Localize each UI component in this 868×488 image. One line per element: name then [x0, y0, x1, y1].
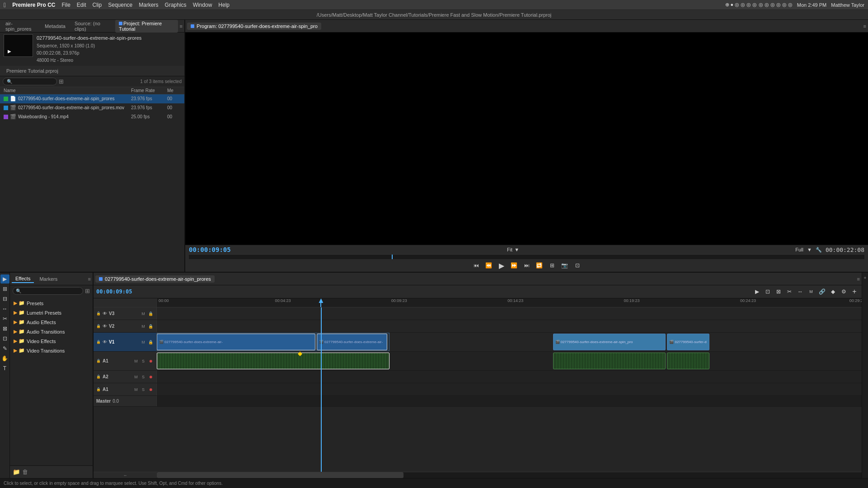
- track-sync-lock-a1-2[interactable]: 🔒: [96, 387, 101, 391]
- timeline-settings-btn[interactable]: ⚙: [839, 287, 848, 296]
- track-record-a1-2[interactable]: ⏺: [147, 386, 154, 393]
- tab-air-spin[interactable]: air-spin_prores: [2, 20, 39, 33]
- step-forward-btn[interactable]: ⏩: [510, 261, 519, 270]
- file-item-0[interactable]: 📄 027799540-surfer-does-extreme-air-spin…: [0, 94, 184, 103]
- track-content-a1[interactable]: [157, 352, 862, 370]
- track-mute-a1-2[interactable]: M: [133, 386, 139, 393]
- play-pause-btn[interactable]: ▶: [497, 261, 506, 270]
- tab-project[interactable]: Project: Premiere Tutorial: [115, 20, 178, 33]
- preview-menu-btn[interactable]: ≡: [863, 23, 866, 29]
- track-mute-a1[interactable]: M: [133, 358, 139, 364]
- effects-group-video-transitions[interactable]: ▶ 📁 Video Transitions: [10, 346, 93, 355]
- track-eye-v2[interactable]: 👁: [103, 324, 107, 329]
- track-sync-lock-v2[interactable]: 🔒: [96, 324, 101, 328]
- ripple-edit-btn[interactable]: ⊞: [0, 284, 9, 293]
- ruler-marks[interactable]: 00:00 00:04:23 00:09:23 00:14:23 00:19:2…: [157, 298, 862, 307]
- type-tool-btn[interactable]: T: [0, 364, 9, 373]
- scroll-thumb[interactable]: [157, 472, 404, 478]
- tab-metadata[interactable]: Metadata: [41, 23, 69, 30]
- track-mute-v1[interactable]: M: [140, 339, 146, 345]
- timeline-snap-btn[interactable]: M: [807, 287, 816, 296]
- select-tool-btn[interactable]: ▶: [0, 274, 9, 284]
- scrubber-bar[interactable]: [189, 254, 864, 259]
- track-solo-a2[interactable]: S: [140, 374, 146, 380]
- new-custom-bin-btn[interactable]: 📁: [13, 469, 20, 475]
- track-sync-lock-a2[interactable]: 🔒: [96, 375, 101, 379]
- timeline-tool-select[interactable]: ▶: [752, 287, 761, 296]
- menu-help[interactable]: Help: [218, 2, 230, 8]
- effects-group-lumetri[interactable]: ▶ 📁 Lumetri Presets: [10, 308, 93, 317]
- effects-new-bin-btn[interactable]: ⊞: [85, 287, 90, 295]
- timeline-add-track-btn[interactable]: +: [850, 287, 859, 296]
- go-to-end-btn[interactable]: ⏭: [522, 261, 531, 270]
- timeline-linked-btn[interactable]: 🔗: [817, 287, 826, 296]
- right-panel-btn-1[interactable]: +: [862, 274, 868, 281]
- clip-a1-2[interactable]: [667, 353, 709, 369]
- menu-window[interactable]: Window: [193, 2, 212, 8]
- track-mute-a2[interactable]: M: [133, 374, 139, 380]
- menu-clip[interactable]: Clip: [93, 2, 102, 8]
- tab-timeline-seq[interactable]: 027799540-surfer-does-extreme-air-spin_p…: [95, 275, 215, 283]
- timeline-menu-btn[interactable]: ≡: [857, 276, 860, 282]
- export-frame-btn[interactable]: 📷: [560, 261, 569, 270]
- effects-group-audio-transitions[interactable]: ▶ 📁 Audio Transitions: [10, 327, 93, 336]
- track-content-v3[interactable]: [157, 307, 862, 320]
- master-value[interactable]: 0.0: [113, 399, 119, 404]
- track-record-a2[interactable]: ⏺: [147, 374, 154, 380]
- rate-stretch-btn[interactable]: ↔: [0, 304, 9, 313]
- panel-menu-btn[interactable]: ≡: [180, 23, 183, 29]
- effects-menu-btn[interactable]: ≡: [88, 276, 91, 282]
- hand-tool-btn[interactable]: ✋: [0, 354, 9, 363]
- clip-a1-1[interactable]: [553, 353, 666, 369]
- list-view-btn[interactable]: ⊞: [59, 78, 64, 85]
- menu-markers[interactable]: Markers: [139, 2, 158, 8]
- col-name-header[interactable]: Name: [4, 88, 131, 93]
- timeline-tool-razor[interactable]: ✂: [785, 287, 794, 296]
- multi-cam-btn[interactable]: ⊡: [573, 261, 582, 270]
- tab-program[interactable]: Program: 027799540-surfer-does-extreme-a…: [187, 23, 321, 30]
- menu-sequence[interactable]: Sequence: [108, 2, 132, 8]
- timeline-tool-slip[interactable]: ↔: [796, 287, 805, 296]
- timeline-tool-ripple[interactable]: ⊡: [763, 287, 772, 296]
- track-sync-lock-a1[interactable]: 🔒: [96, 359, 101, 363]
- file-item-1[interactable]: 🎬 027799540-surfer-does-extreme-air-spin…: [0, 103, 184, 112]
- pen-tool-btn[interactable]: ✎: [0, 344, 9, 353]
- safe-margins-btn[interactable]: ⊞: [548, 261, 557, 270]
- effects-group-audio-effects[interactable]: ▶ 📁 Audio Effects: [10, 317, 93, 327]
- menu-edit[interactable]: Edit: [77, 2, 86, 8]
- step-back-btn[interactable]: ⏪: [484, 261, 493, 270]
- track-content-a2[interactable]: [157, 371, 862, 383]
- wrench-icon[interactable]: 🔧: [816, 247, 822, 253]
- track-lock-v1[interactable]: 🔒: [147, 339, 154, 345]
- apple-menu[interactable]: : [4, 1, 6, 9]
- loop-btn[interactable]: 🔁: [535, 261, 544, 270]
- menu-file[interactable]: File: [62, 2, 70, 8]
- razor-btn[interactable]: ✂: [0, 314, 9, 323]
- file-item-2[interactable]: 🎬 Wakeboarding - 914.mp4 25.00 fps 00: [0, 112, 184, 121]
- track-content-master[interactable]: [157, 396, 862, 406]
- track-content-v1[interactable]: 🎬 027799540-surfer-does-extreme-air- 🎬 0…: [157, 333, 862, 351]
- effects-group-video-effects[interactable]: ▶ 📁 Video Effects: [10, 336, 93, 346]
- clip-v1-1[interactable]: 🎬 027799540-surfer-does-extreme-air-: [317, 334, 387, 350]
- delete-custom-item-btn[interactable]: 🗑: [22, 469, 28, 475]
- track-lock-v2[interactable]: 🔒: [147, 323, 154, 330]
- track-mute-v2[interactable]: M: [140, 323, 146, 330]
- tab-effects[interactable]: Effects: [12, 275, 34, 283]
- clip-v1-3[interactable]: 🎬 027799540-surfer-d: [667, 334, 709, 350]
- timecode-current[interactable]: 00:00:09:05: [189, 246, 231, 253]
- clip-play-btn[interactable]: ▶: [5, 46, 14, 56]
- timeline-tool-roll[interactable]: ⊠: [774, 287, 783, 296]
- track-solo-a1-2[interactable]: S: [140, 386, 146, 393]
- tab-markers[interactable]: Markers: [36, 275, 61, 283]
- track-record-a1[interactable]: ⏺: [147, 358, 154, 364]
- track-content-v2[interactable]: [157, 320, 862, 332]
- fit-dropdown[interactable]: Fit ▼: [507, 247, 519, 252]
- timeline-scrollbar[interactable]: [157, 472, 862, 478]
- timeline-marker-btn[interactable]: ◆: [828, 287, 837, 296]
- track-solo-a1[interactable]: S: [140, 358, 146, 364]
- tab-source[interactable]: Source: (no clips): [71, 20, 113, 33]
- effects-search-input[interactable]: [13, 287, 83, 295]
- track-lock-v3[interactable]: 🔒: [147, 311, 154, 317]
- clip-a1-0[interactable]: [157, 353, 389, 369]
- clip-v1-0[interactable]: 🎬 027799540-surfer-does-extreme-air-: [157, 334, 315, 350]
